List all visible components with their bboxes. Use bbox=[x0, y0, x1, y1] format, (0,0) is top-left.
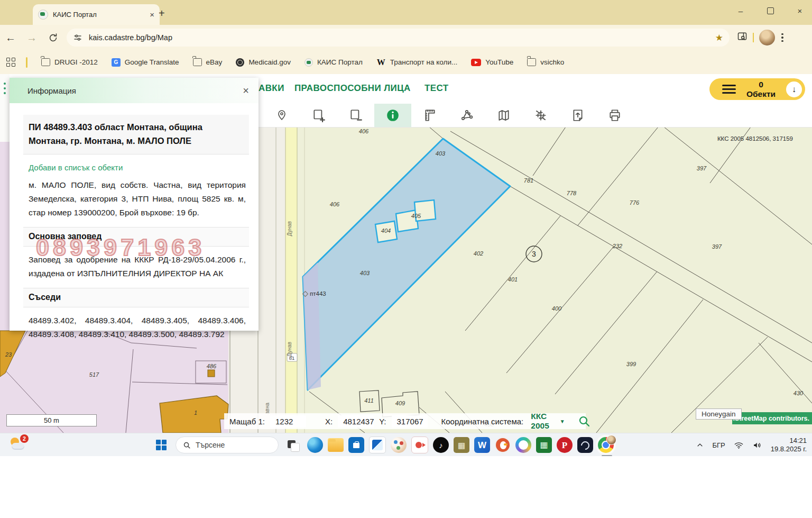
wifi-icon[interactable] bbox=[734, 440, 744, 450]
bookmark-star-icon[interactable]: ★ bbox=[715, 32, 723, 43]
info-panel-header: Информация × bbox=[10, 78, 259, 103]
address-bar[interactable]: kais.cadastre.bg/bg/Map ★ bbox=[67, 29, 730, 47]
nav-item-test[interactable]: ТЕСТ bbox=[425, 83, 449, 94]
taskbar-search[interactable]: Търсене bbox=[176, 437, 279, 453]
browser-tab[interactable]: КАИС Портал × bbox=[33, 4, 160, 25]
tray-chevron-icon[interactable] bbox=[696, 441, 704, 449]
tool-map-layers[interactable] bbox=[485, 104, 522, 127]
taskbar-app-pinterest[interactable]: P bbox=[557, 437, 573, 453]
start-button[interactable] bbox=[151, 435, 171, 455]
close-icon[interactable]: × bbox=[242, 85, 250, 97]
bookmark-medicaid-gov[interactable]: Medicaid.gov bbox=[236, 58, 291, 67]
url-text[interactable]: kais.cadastre.bg/bg/Map bbox=[89, 33, 709, 42]
task-view-button[interactable] bbox=[283, 435, 303, 455]
bookmark-каис-портал[interactable]: КАИС Портал bbox=[304, 58, 363, 67]
bookmark-vsichko[interactable]: vsichko bbox=[527, 58, 564, 66]
order-section-header: Основна заповед bbox=[23, 227, 249, 247]
taskbar-app-qr-app[interactable]: ▦ bbox=[454, 437, 469, 453]
word-icon: W bbox=[478, 441, 486, 450]
taskbar-clock[interactable]: 14:21 19.8.2025 г. bbox=[771, 437, 807, 453]
crs-caret-icon[interactable]: ▼ bbox=[560, 419, 565, 424]
parcel-label-404: 404 bbox=[381, 228, 391, 234]
taskbar-app-speedtest[interactable] bbox=[577, 437, 593, 453]
map-search-button[interactable] bbox=[578, 415, 590, 428]
map-statusbar: Мащаб 1: 1232 X: 4812437 Y: 317067 Коорд… bbox=[224, 413, 586, 429]
property-title: ПИ 48489.3.403 област Монтана, община Мо… bbox=[23, 115, 249, 155]
kais-icon bbox=[304, 58, 313, 67]
tool-measure-distance[interactable] bbox=[411, 104, 448, 127]
taskbar-app-chrome[interactable] bbox=[598, 437, 614, 453]
scale-input[interactable]: 1232 bbox=[270, 415, 306, 428]
building-486 bbox=[208, 370, 215, 377]
bookmark-youtube[interactable]: YouTube bbox=[471, 58, 513, 66]
objects-list-button[interactable]: 0 Обекти ↓ bbox=[709, 78, 805, 100]
taskbar-app-calculator[interactable]: ▦ bbox=[536, 437, 552, 453]
back-button[interactable]: ← bbox=[0, 32, 21, 44]
taskbar-app-duckduckgo[interactable] bbox=[495, 437, 511, 453]
remove-selection-icon bbox=[349, 108, 363, 122]
parcel-label-517: 517 bbox=[89, 371, 99, 378]
browser-menu-icon[interactable] bbox=[781, 33, 783, 42]
bookmark-label: YouTube bbox=[485, 58, 513, 66]
tool-export[interactable] bbox=[559, 104, 596, 127]
tool-remove-selection[interactable] bbox=[337, 104, 374, 127]
polygon-measure-icon bbox=[460, 108, 474, 122]
parcel-label-400: 400 bbox=[552, 305, 562, 312]
print-icon bbox=[608, 108, 622, 122]
download-arrow-icon[interactable]: ↓ bbox=[786, 81, 802, 97]
tool-print[interactable] bbox=[596, 104, 633, 127]
folder-icon bbox=[193, 58, 202, 66]
parcel-label-1: 1 bbox=[194, 410, 197, 416]
tool-coordinate-grid[interactable] bbox=[522, 104, 559, 127]
window-maximize-button[interactable] bbox=[758, 0, 782, 21]
crs-select[interactable]: ККС 2005 bbox=[531, 412, 549, 431]
taskbar-app-store[interactable] bbox=[348, 437, 364, 453]
site-settings-icon[interactable] bbox=[73, 33, 82, 42]
taskbar-app-copilot[interactable] bbox=[515, 437, 531, 453]
tool-add-selection[interactable] bbox=[300, 104, 337, 127]
nav-item-pravosposobni-lica[interactable]: ПРАВОСПОСОБНИ ЛИЦА bbox=[294, 83, 411, 94]
tool-location-pin[interactable] bbox=[263, 104, 300, 127]
bookmark-google-translate[interactable]: GGoogle Translate bbox=[112, 58, 179, 67]
browser-titlebar: КАИС Портал × + – × bbox=[0, 0, 812, 25]
volume-icon[interactable] bbox=[752, 440, 762, 450]
parcel-label-401: 401 bbox=[508, 276, 518, 283]
language-indicator[interactable]: БГР bbox=[713, 441, 725, 449]
taskbar-app-word[interactable]: W bbox=[474, 437, 490, 453]
forward-button[interactable]: → bbox=[21, 32, 42, 44]
nav-item-spravki[interactable]: АВКИ bbox=[259, 83, 284, 94]
coordinate-grid-icon bbox=[534, 108, 548, 122]
reload-button[interactable] bbox=[42, 33, 63, 43]
y-label: Y: bbox=[379, 417, 386, 426]
scale-label: Мащаб 1: bbox=[229, 417, 265, 426]
taskbar-app-file-explorer[interactable] bbox=[328, 438, 344, 452]
neighbors-text: 48489.3.402, 48489.3.404, 48489.3.405, 4… bbox=[29, 314, 246, 341]
new-tab-button[interactable]: + bbox=[159, 7, 165, 20]
taskbar-app-edge[interactable] bbox=[307, 437, 323, 453]
w-icon: W bbox=[376, 58, 386, 66]
parcel-label-403: 403 bbox=[436, 150, 446, 157]
taskbar-weather-widget[interactable]: 2 bbox=[10, 437, 27, 453]
bookmark-ebay[interactable]: eBay bbox=[193, 58, 223, 66]
window-minimize-button[interactable]: – bbox=[728, 0, 753, 21]
pinterest-icon: P bbox=[562, 441, 567, 450]
window-close-button[interactable]: × bbox=[788, 0, 812, 21]
bookmark-drugi-2012[interactable]: DRUGI -2012 bbox=[41, 58, 98, 66]
side-panel-button[interactable] bbox=[737, 31, 748, 44]
bookmark-транспорт-на-коли-[interactable]: WТранспорт на коли... bbox=[376, 58, 457, 66]
taskbar-app-camera[interactable] bbox=[411, 437, 428, 453]
add-to-objects-link[interactable]: Добави в списък с обекти bbox=[29, 163, 259, 172]
taskbar-app-snipping-tool[interactable] bbox=[369, 437, 386, 453]
profile-avatar[interactable] bbox=[759, 30, 775, 46]
search-placeholder: Търсене bbox=[196, 441, 225, 449]
apps-grid-icon[interactable] bbox=[6, 58, 15, 67]
taskbar-app-paint[interactable] bbox=[391, 437, 407, 453]
tool-info[interactable] bbox=[374, 104, 411, 127]
tool-measure-area[interactable] bbox=[448, 104, 485, 127]
parcel-label-486: 486 bbox=[207, 363, 217, 369]
ruler-icon bbox=[423, 108, 437, 122]
taskbar-app-tiktok[interactable]: ♪ bbox=[433, 437, 449, 453]
map-attribution[interactable]: © OpenStreetMap contributors. bbox=[732, 412, 812, 424]
tab-close-icon[interactable]: × bbox=[150, 10, 154, 19]
vertical-dots-menu-icon[interactable] bbox=[4, 83, 6, 94]
